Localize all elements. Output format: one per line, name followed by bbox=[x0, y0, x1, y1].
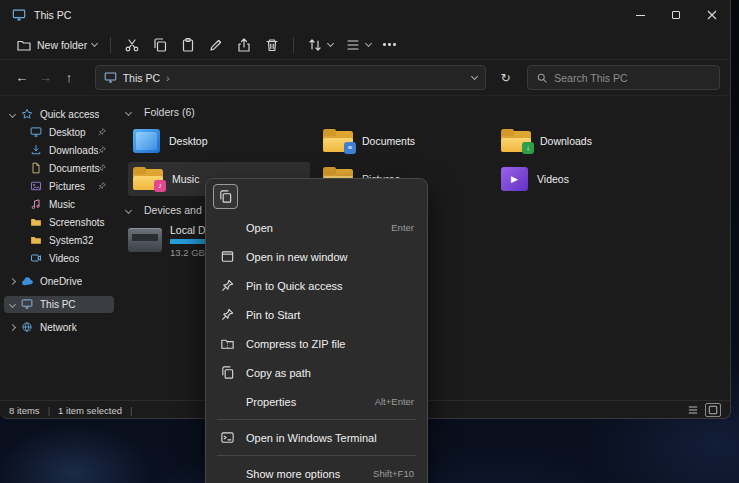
pin-icon bbox=[97, 163, 107, 173]
new-folder-button[interactable]: New folder bbox=[10, 33, 103, 57]
folder-tile-label: Documents bbox=[362, 135, 415, 147]
sidebar-item-label: Screenshots bbox=[49, 217, 105, 228]
hard-drive-icon bbox=[128, 228, 162, 252]
copy-button[interactable] bbox=[146, 33, 174, 57]
sidebar-item-label: Music bbox=[49, 199, 75, 210]
chevron-down-icon bbox=[125, 108, 132, 115]
menu-item-copy-as-path[interactable]: Copy as path bbox=[210, 358, 423, 387]
window-controls bbox=[622, 0, 730, 30]
chevron-right-icon bbox=[9, 278, 16, 285]
desktop-background: This PC New folder bbox=[0, 0, 739, 483]
sidebar-item-this-pc[interactable]: This PC bbox=[4, 296, 114, 313]
folder-tile-label: Music bbox=[172, 173, 199, 185]
search-box[interactable] bbox=[527, 65, 720, 90]
sidebar-item-documents[interactable]: Documents bbox=[4, 160, 114, 177]
toolbar-divider bbox=[110, 37, 111, 53]
folders-section-header[interactable]: Folders (6) bbox=[126, 106, 195, 118]
menu-item-label: Copy as path bbox=[246, 367, 406, 379]
sidebar-item-label: Desktop bbox=[49, 127, 86, 138]
sidebar-item-onedrive[interactable]: OneDrive bbox=[4, 273, 114, 290]
menu-item-open[interactable]: Open Enter bbox=[210, 213, 423, 242]
sidebar-item-videos[interactable]: Videos bbox=[4, 250, 114, 267]
view-button[interactable] bbox=[339, 33, 377, 57]
forward-button[interactable] bbox=[34, 66, 58, 90]
sort-button[interactable] bbox=[301, 33, 339, 57]
sidebar-item-music[interactable]: Music bbox=[4, 196, 114, 213]
chevron-down-icon bbox=[9, 301, 16, 308]
sidebar-item-label: Documents bbox=[49, 163, 100, 174]
desktop-folder-icon bbox=[133, 129, 160, 153]
pin-icon bbox=[97, 181, 107, 191]
large-icons-view-button[interactable] bbox=[705, 403, 721, 417]
menu-item-pin-start[interactable]: Pin to Start bbox=[210, 300, 423, 329]
zip-folder-icon bbox=[219, 336, 235, 352]
share-button[interactable] bbox=[230, 33, 258, 57]
cut-button[interactable] bbox=[118, 33, 146, 57]
share-icon bbox=[236, 37, 252, 53]
context-menu: Open Enter Open in new window Pin to Qui… bbox=[205, 178, 428, 483]
search-input[interactable] bbox=[554, 72, 711, 84]
folder-tile-downloads[interactable]: Downloads bbox=[496, 124, 678, 158]
sidebar-item-downloads[interactable]: Downloads bbox=[4, 142, 114, 159]
titlebar[interactable]: This PC bbox=[0, 0, 730, 30]
menu-item-open-terminal[interactable]: Open in Windows Terminal bbox=[210, 423, 423, 452]
desktop-icon bbox=[30, 126, 43, 139]
new-window-icon bbox=[219, 249, 235, 265]
toolbar-divider bbox=[293, 37, 294, 53]
show-more-icon bbox=[219, 466, 235, 482]
sidebar-item-pictures[interactable]: Pictures bbox=[4, 178, 114, 195]
sidebar-item-desktop[interactable]: Desktop bbox=[4, 124, 114, 141]
delete-button[interactable] bbox=[258, 33, 286, 57]
details-view-button[interactable] bbox=[685, 403, 701, 417]
close-button[interactable] bbox=[694, 0, 730, 30]
downloads-folder-icon bbox=[501, 129, 531, 154]
minimize-button[interactable] bbox=[622, 0, 658, 30]
breadcrumb[interactable]: This PC bbox=[123, 72, 170, 84]
pin-icon bbox=[97, 127, 107, 137]
folder-tile-label: Downloads bbox=[540, 135, 592, 147]
terminal-icon bbox=[219, 430, 235, 446]
sort-icon bbox=[307, 37, 323, 53]
folder-tile-documents[interactable]: Documents bbox=[318, 124, 500, 158]
menu-item-properties[interactable]: Properties Alt+Enter bbox=[210, 387, 423, 416]
menu-item-label: Open bbox=[246, 222, 383, 234]
folder-tile-label: Desktop bbox=[169, 135, 208, 147]
menu-item-label: Open in new window bbox=[246, 251, 406, 263]
menu-item-show-more-options[interactable]: Show more options Shift+F10 bbox=[210, 459, 423, 483]
more-options-button[interactable] bbox=[377, 37, 402, 52]
rename-button[interactable] bbox=[202, 33, 230, 57]
selection-count: 1 item selected bbox=[58, 405, 122, 416]
sidebar-item-quick-access[interactable]: Quick access bbox=[4, 106, 114, 123]
documents-folder-icon bbox=[323, 129, 353, 154]
command-toolbar: New folder bbox=[0, 30, 730, 60]
up-button[interactable] bbox=[57, 66, 81, 90]
chevron-right-icon bbox=[9, 324, 16, 331]
sidebar: Quick access Desktop Downloads bbox=[0, 96, 118, 400]
menu-item-pin-quick-access[interactable]: Pin to Quick access bbox=[210, 271, 423, 300]
sidebar-item-system32[interactable]: System32 bbox=[4, 232, 114, 249]
folder-tile-desktop[interactable]: Desktop bbox=[128, 124, 310, 158]
view-icon bbox=[345, 37, 361, 53]
menu-item-label: Properties bbox=[246, 396, 367, 408]
copy-quick-action-button[interactable] bbox=[213, 184, 238, 209]
menu-item-open-new-window[interactable]: Open in new window bbox=[210, 242, 423, 271]
address-bar[interactable]: This PC bbox=[95, 65, 486, 90]
refresh-button[interactable] bbox=[494, 66, 518, 90]
paste-button[interactable] bbox=[174, 33, 202, 57]
star-icon bbox=[21, 108, 34, 121]
sidebar-item-network[interactable]: Network bbox=[4, 319, 114, 336]
quick-actions-row bbox=[210, 183, 423, 213]
window-title: This PC bbox=[34, 9, 71, 21]
sidebar-item-screenshots[interactable]: Screenshots bbox=[4, 214, 114, 231]
maximize-button[interactable] bbox=[658, 0, 694, 30]
menu-item-label: Show more options bbox=[246, 468, 365, 480]
menu-item-compress-zip[interactable]: Compress to ZIP file bbox=[210, 329, 423, 358]
folder-tile-videos[interactable]: Videos bbox=[496, 162, 678, 196]
document-icon bbox=[30, 162, 43, 175]
this-pc-icon bbox=[104, 71, 117, 84]
pin-icon bbox=[219, 307, 235, 323]
back-button[interactable] bbox=[10, 66, 34, 90]
chevron-down-icon bbox=[365, 39, 372, 46]
music-folder-icon bbox=[133, 167, 163, 192]
address-dropdown-icon[interactable] bbox=[471, 72, 478, 79]
